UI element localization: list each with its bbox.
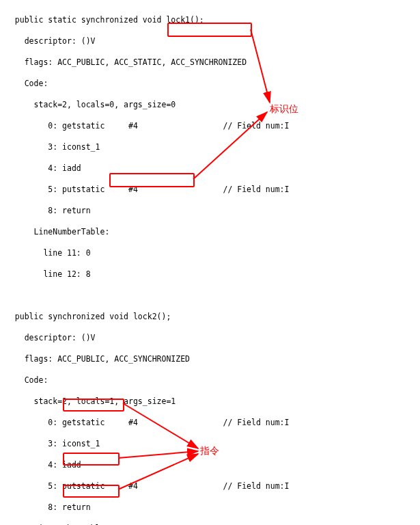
lock2-i3: 3: iconst_1 (5, 439, 415, 450)
lock1-i3: 3: iconst_1 (5, 142, 415, 153)
lock2-i5: 5: putstatic #4 // Field num:I (5, 481, 415, 492)
lock2-code: Code: (5, 375, 415, 386)
lock2-stack: stack=2, locals=1, args_size=1 (5, 396, 415, 407)
lock2-i8: 8: return (5, 502, 415, 513)
arrow-instr-2 (118, 451, 198, 458)
lock2-flags: flags: ACC_PUBLIC, ACC_SYNCHRONIZED (5, 354, 415, 365)
lock2-flags-pre: flags: ACC_PUBLIC, (5, 354, 114, 364)
lock1-flags-sync: ACC_SYNCHRONIZED (171, 57, 247, 67)
lock1-descriptor: descriptor: ()V (5, 36, 415, 47)
lock1-i4: 4: iadd (5, 163, 415, 174)
lock2-descriptor: descriptor: ()V (5, 333, 415, 344)
lock1-i0: 0: getstatic #4 // Field num:I (5, 121, 415, 132)
bytecode-listing: public static synchronized void lock1();… (0, 0, 420, 525)
lock1-code: Code: (5, 79, 415, 90)
lock1-signature: public static synchronized void lock1(); (5, 15, 415, 26)
lock2-i4: 4: iadd (5, 460, 415, 471)
lock2-flags-sync: ACC_SYNCHRONIZED (114, 354, 190, 364)
lock1-stack: stack=2, locals=0, args_size=0 (5, 100, 415, 111)
lock1-flags: flags: ACC_PUBLIC, ACC_STATIC, ACC_SYNCH… (5, 57, 415, 68)
lock1-i5: 5: putstatic #4 // Field num:I (5, 185, 415, 196)
blank-1 (5, 291, 415, 301)
lock1-flags-pre: flags: ACC_PUBLIC, ACC_STATIC, (5, 57, 171, 67)
lock1-ln12: line 12: 8 (5, 269, 415, 280)
lock2-i0: 0: getstatic #4 // Field num:I (5, 418, 415, 429)
lock1-ln11: line 11: 0 (5, 248, 415, 259)
lock2-signature: public synchronized void lock2(); (5, 312, 415, 323)
lock1-lnt: LineNumberTable: (5, 227, 415, 238)
lock1-i8: 8: return (5, 206, 415, 217)
